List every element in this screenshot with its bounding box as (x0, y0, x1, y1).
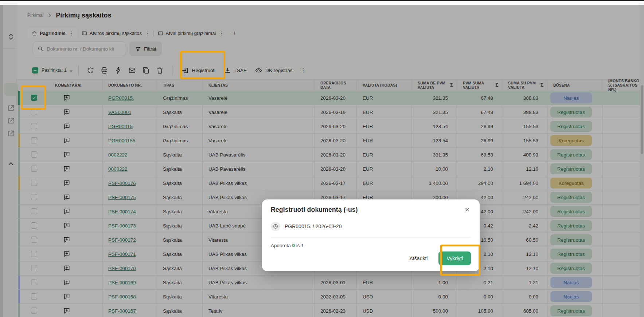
top-chrome-strip (0, 1, 644, 5)
confirm-button[interactable]: Vykdyti (438, 251, 471, 265)
modal-actions: Atšaukti Vykdyti (410, 251, 471, 265)
clock-icon (271, 222, 280, 231)
progress-done-count: 0 (292, 243, 295, 248)
register-modal: Registruoti dokumentą (-us) PGR00015. / … (262, 199, 480, 271)
modal-divider (271, 237, 471, 238)
modal-document-item: PGR00015. / 2026-03-20 (271, 222, 471, 231)
cancel-button[interactable]: Atšaukti (410, 255, 428, 261)
modal-title: Registruoti dokumentą (-us) (271, 206, 471, 214)
progress-prefix: Apdorota (271, 243, 291, 248)
progress-suffix: iš 1 (296, 243, 304, 248)
close-icon[interactable] (463, 205, 472, 214)
modal-document-label: PGR00015. / 2026-03-20 (285, 223, 341, 229)
modal-progress-text: Apdorota 0 iš 1 (271, 243, 471, 248)
